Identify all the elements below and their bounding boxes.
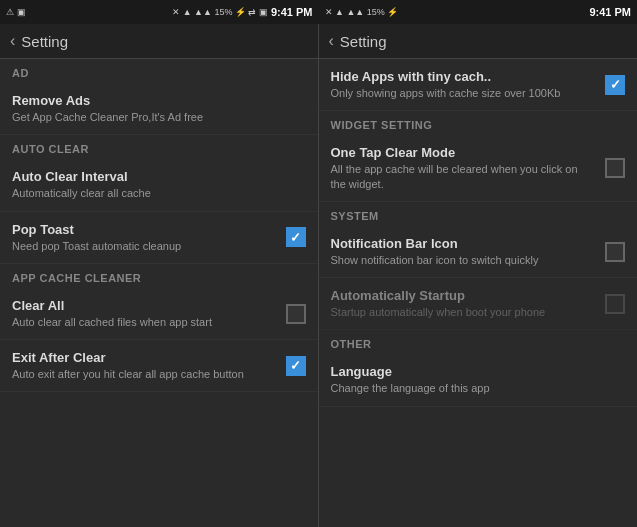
status-bar-left: ⚠ ▣ ✕ ▲ ▲▲ 15% ⚡ ⇄ ▣ 9:41 PM xyxy=(0,0,319,24)
setting-title-notification-bar: Notification Bar Icon xyxy=(331,236,596,251)
section-label-app-cache: APP CACHE CLEANER xyxy=(0,264,318,288)
setting-title-pop-toast: Pop Toast xyxy=(12,222,276,237)
setting-subtitle-clear-all: Auto clear all cached files when app sta… xyxy=(12,315,276,329)
left-time: 9:41 PM xyxy=(271,6,313,18)
setting-title-auto-startup: Automatically Startup xyxy=(331,288,596,303)
right-status-icons: ✕ ▲ ▲▲ 15% ⚡ xyxy=(325,7,399,17)
section-label-widget: WIDGET SETTING xyxy=(319,111,638,135)
setting-pop-toast[interactable]: Pop Toast Need pop Toast automatic clean… xyxy=(0,212,318,264)
checkbox-hide-apps[interactable] xyxy=(605,75,625,95)
setting-title-hide-apps: Hide Apps with tiny cach.. xyxy=(331,69,596,84)
left-panel-title: Setting xyxy=(21,33,68,50)
setting-subtitle-notification-bar: Show notification bar icon to switch qui… xyxy=(331,253,596,267)
setting-notification-bar[interactable]: Notification Bar Icon Show notification … xyxy=(319,226,638,278)
setting-title-one-tap-clear: One Tap Clear Mode xyxy=(331,145,596,160)
left-back-arrow-icon[interactable]: ‹ xyxy=(10,32,15,50)
panels-container: ‹ Setting AD Remove Ads Get App Cache Cl… xyxy=(0,24,637,527)
right-back-arrow-icon[interactable]: ‹ xyxy=(329,32,334,50)
setting-hide-apps[interactable]: Hide Apps with tiny cach.. Only showing … xyxy=(319,59,638,111)
status-bar-right: ✕ ▲ ▲▲ 15% ⚡ 9:41 PM xyxy=(319,0,638,24)
checkbox-one-tap-clear[interactable] xyxy=(605,158,625,178)
setting-subtitle-remove-ads: Get App Cache Cleaner Pro,It's Ad free xyxy=(12,110,296,124)
right-panel-header: ‹ Setting xyxy=(319,24,638,59)
section-label-auto-clear: AUTO CLEAR xyxy=(0,135,318,159)
checkbox-pop-toast[interactable] xyxy=(286,227,306,247)
setting-title-language: Language xyxy=(331,364,616,379)
left-panel-header: ‹ Setting xyxy=(0,24,318,59)
section-label-ad: AD xyxy=(0,59,318,83)
checkbox-notification-bar[interactable] xyxy=(605,242,625,262)
status-bar: ⚠ ▣ ✕ ▲ ▲▲ 15% ⚡ ⇄ ▣ 9:41 PM ✕ ▲ ▲▲ 15% … xyxy=(0,0,637,24)
left-notification-icons: ⚠ ▣ xyxy=(6,7,26,17)
right-notification-icons: ✕ ▲ ▲▲ 15% ⚡ xyxy=(325,7,399,17)
checkbox-auto-startup xyxy=(605,294,625,314)
setting-remove-ads[interactable]: Remove Ads Get App Cache Cleaner Pro,It'… xyxy=(0,83,318,135)
left-panel: ‹ Setting AD Remove Ads Get App Cache Cl… xyxy=(0,24,319,527)
right-time: 9:41 PM xyxy=(589,6,631,18)
setting-subtitle-language: Change the language of this app xyxy=(331,381,616,395)
left-signal-icons: ✕ ▲ ▲▲ 15% ⚡ ⇄ ▣ xyxy=(172,7,268,17)
checkbox-exit-after-clear[interactable] xyxy=(286,356,306,376)
setting-one-tap-clear[interactable]: One Tap Clear Mode All the app cache wil… xyxy=(319,135,638,202)
setting-subtitle-auto-startup: Startup automatically when boot your pho… xyxy=(331,305,596,319)
setting-subtitle-pop-toast: Need pop Toast automatic cleanup xyxy=(12,239,276,253)
setting-exit-after-clear[interactable]: Exit After Clear Auto exit after you hit… xyxy=(0,340,318,392)
setting-auto-startup: Automatically Startup Startup automatica… xyxy=(319,278,638,330)
setting-subtitle-auto-clear-interval: Automatically clear all cache xyxy=(12,186,296,200)
right-panel-title: Setting xyxy=(340,33,387,50)
checkbox-clear-all[interactable] xyxy=(286,304,306,324)
setting-clear-all[interactable]: Clear All Auto clear all cached files wh… xyxy=(0,288,318,340)
section-label-system: SYSTEM xyxy=(319,202,638,226)
left-status-icons: ⚠ ▣ xyxy=(6,7,26,17)
setting-title-remove-ads: Remove Ads xyxy=(12,93,296,108)
setting-subtitle-exit-after-clear: Auto exit after you hit clear all app ca… xyxy=(12,367,276,381)
setting-title-exit-after-clear: Exit After Clear xyxy=(12,350,276,365)
section-label-other: OTHER xyxy=(319,330,638,354)
setting-subtitle-hide-apps: Only showing apps with cache size over 1… xyxy=(331,86,596,100)
setting-title-clear-all: Clear All xyxy=(12,298,276,313)
setting-language[interactable]: Language Change the language of this app xyxy=(319,354,638,406)
setting-auto-clear-interval[interactable]: Auto Clear Interval Automatically clear … xyxy=(0,159,318,211)
setting-title-auto-clear-interval: Auto Clear Interval xyxy=(12,169,296,184)
right-panel: ‹ Setting Hide Apps with tiny cach.. Onl… xyxy=(319,24,638,527)
setting-subtitle-one-tap-clear: All the app cache will be cleared when y… xyxy=(331,162,596,191)
